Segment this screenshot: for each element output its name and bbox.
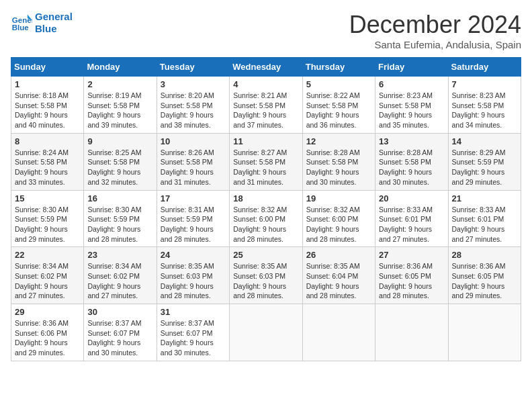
calendar-week-4: 22Sunrise: 8:34 AMSunset: 6:02 PMDayligh… — [11, 247, 521, 304]
weekday-header-sunday: Sunday — [11, 58, 84, 77]
svg-text:Blue: Blue — [12, 24, 30, 32]
weekday-header-tuesday: Tuesday — [157, 58, 229, 77]
calendar-week-1: 1Sunrise: 8:18 AMSunset: 5:58 PMDaylight… — [11, 77, 521, 134]
table-row: 26Sunrise: 8:35 AMSunset: 6:04 PMDayligh… — [302, 247, 375, 304]
location-subtitle: Santa Eufemia, Andalusia, Spain — [349, 39, 521, 50]
table-row — [448, 304, 521, 361]
table-row: 7Sunrise: 8:23 AMSunset: 5:58 PMDaylight… — [448, 77, 521, 134]
table-row: 4Sunrise: 8:21 AMSunset: 5:58 PMDaylight… — [230, 77, 302, 134]
table-row — [230, 304, 302, 361]
month-title: December 2024 — [349, 11, 521, 39]
table-row: 2Sunrise: 8:19 AMSunset: 5:58 PMDaylight… — [84, 77, 157, 134]
weekday-header-saturday: Saturday — [448, 58, 521, 77]
table-row: 11Sunrise: 8:27 AMSunset: 5:58 PMDayligh… — [230, 133, 302, 190]
logo-line1: General — [35, 11, 73, 23]
logo-line2: Blue — [35, 23, 73, 35]
table-row: 6Sunrise: 8:23 AMSunset: 5:58 PMDaylight… — [375, 77, 448, 134]
logo-icon: General Blue — [11, 12, 32, 34]
weekday-header-friday: Friday — [375, 58, 448, 77]
title-area: December 2024 Santa Eufemia, Andalusia, … — [349, 11, 521, 50]
table-row: 1Sunrise: 8:18 AMSunset: 5:58 PMDaylight… — [11, 77, 84, 134]
weekday-header-wednesday: Wednesday — [230, 58, 302, 77]
table-row: 14Sunrise: 8:29 AMSunset: 5:59 PMDayligh… — [448, 133, 521, 190]
table-row: 30Sunrise: 8:37 AMSunset: 6:07 PMDayligh… — [84, 304, 157, 361]
page-header: General Blue General Blue December 2024 … — [11, 11, 521, 50]
logo: General Blue General Blue — [11, 11, 73, 35]
table-row: 21Sunrise: 8:33 AMSunset: 6:01 PMDayligh… — [448, 190, 521, 247]
table-row: 20Sunrise: 8:33 AMSunset: 6:01 PMDayligh… — [375, 190, 448, 247]
table-row: 25Sunrise: 8:35 AMSunset: 6:03 PMDayligh… — [230, 247, 302, 304]
weekday-header-monday: Monday — [84, 58, 157, 77]
table-row: 9Sunrise: 8:25 AMSunset: 5:58 PMDaylight… — [84, 133, 157, 190]
table-row: 17Sunrise: 8:31 AMSunset: 5:59 PMDayligh… — [157, 190, 229, 247]
table-row — [302, 304, 375, 361]
calendar-week-3: 15Sunrise: 8:30 AMSunset: 5:59 PMDayligh… — [11, 190, 521, 247]
table-row: 12Sunrise: 8:28 AMSunset: 5:58 PMDayligh… — [302, 133, 375, 190]
table-row: 3Sunrise: 8:20 AMSunset: 5:58 PMDaylight… — [157, 77, 229, 134]
table-row: 23Sunrise: 8:34 AMSunset: 6:02 PMDayligh… — [84, 247, 157, 304]
table-row — [375, 304, 448, 361]
weekday-header-row: SundayMondayTuesdayWednesdayThursdayFrid… — [11, 58, 521, 77]
table-row: 19Sunrise: 8:32 AMSunset: 6:00 PMDayligh… — [302, 190, 375, 247]
table-row: 28Sunrise: 8:36 AMSunset: 6:05 PMDayligh… — [448, 247, 521, 304]
calendar-week-5: 29Sunrise: 8:36 AMSunset: 6:06 PMDayligh… — [11, 304, 521, 361]
table-row: 27Sunrise: 8:36 AMSunset: 6:05 PMDayligh… — [375, 247, 448, 304]
table-row: 31Sunrise: 8:37 AMSunset: 6:07 PMDayligh… — [157, 304, 229, 361]
table-row: 8Sunrise: 8:24 AMSunset: 5:58 PMDaylight… — [11, 133, 84, 190]
table-row: 29Sunrise: 8:36 AMSunset: 6:06 PMDayligh… — [11, 304, 84, 361]
table-row: 22Sunrise: 8:34 AMSunset: 6:02 PMDayligh… — [11, 247, 84, 304]
table-row: 10Sunrise: 8:26 AMSunset: 5:58 PMDayligh… — [157, 133, 229, 190]
table-row: 13Sunrise: 8:28 AMSunset: 5:58 PMDayligh… — [375, 133, 448, 190]
calendar-week-2: 8Sunrise: 8:24 AMSunset: 5:58 PMDaylight… — [11, 133, 521, 190]
weekday-header-thursday: Thursday — [302, 58, 375, 77]
table-row: 5Sunrise: 8:22 AMSunset: 5:58 PMDaylight… — [302, 77, 375, 134]
table-row: 24Sunrise: 8:35 AMSunset: 6:03 PMDayligh… — [157, 247, 229, 304]
table-row: 16Sunrise: 8:30 AMSunset: 5:59 PMDayligh… — [84, 190, 157, 247]
table-row: 18Sunrise: 8:32 AMSunset: 6:00 PMDayligh… — [230, 190, 302, 247]
calendar-table: SundayMondayTuesdayWednesdayThursdayFrid… — [11, 57, 521, 361]
table-row: 15Sunrise: 8:30 AMSunset: 5:59 PMDayligh… — [11, 190, 84, 247]
